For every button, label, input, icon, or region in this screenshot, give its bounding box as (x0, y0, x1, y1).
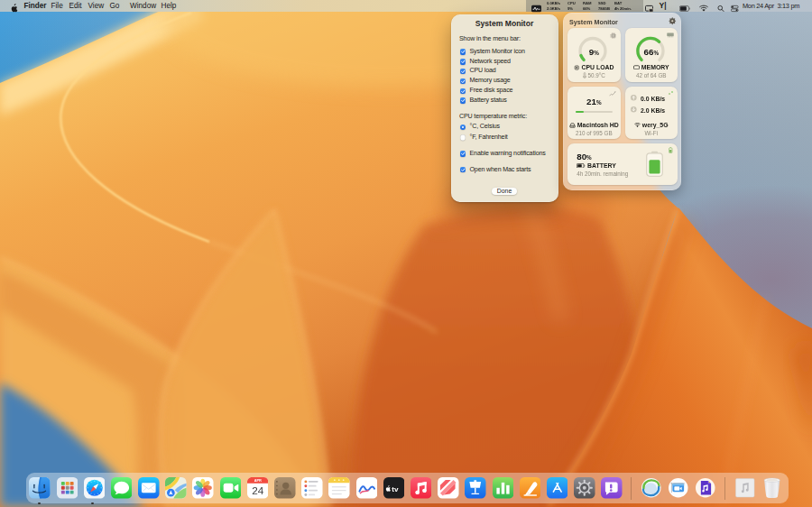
svg-text:tv: tv (392, 485, 399, 493)
svg-text:APR: APR (254, 478, 261, 483)
svg-text:24: 24 (252, 484, 264, 496)
